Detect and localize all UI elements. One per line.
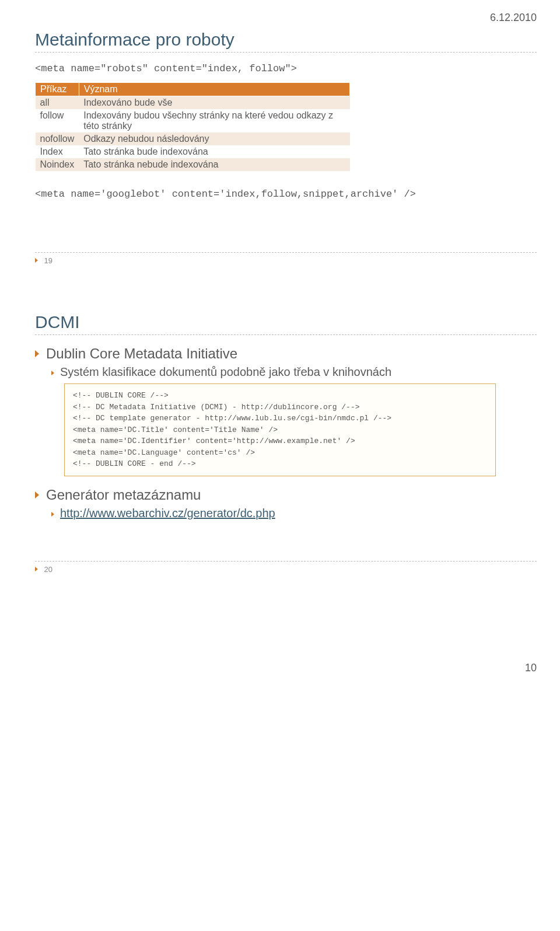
table-row: all Indexováno bude vše	[36, 96, 350, 110]
slide-1-code-bottom: <meta name='googlebot' content='index,fo…	[35, 189, 537, 200]
slide-1: Metainformace pro roboty <meta name="rob…	[35, 30, 537, 266]
triangle-icon	[35, 567, 38, 571]
bullet-dcmi: Dublin Core Metadata Initiative	[35, 346, 537, 362]
td-cmd: Noindex	[36, 158, 79, 171]
bullet-dcmi-sub: Systém klasifikace dokumentů podobně jak…	[51, 365, 537, 379]
triangle-icon	[51, 512, 54, 517]
slide-2-number: 20	[44, 565, 52, 574]
code-line: <meta name='DC.Identifier' content='http…	[73, 435, 487, 447]
code-line: <!-- DC Metadata Initiative (DCMI) - htt…	[73, 402, 487, 413]
slide-1-number: 19	[44, 256, 52, 265]
td-cmd: all	[36, 96, 79, 110]
bullet-generator-link: http://www.webarchiv.cz/generator/dc.php	[51, 507, 537, 520]
td-cmd: Index	[36, 145, 79, 158]
page-date: 6.12.2010	[0, 0, 560, 30]
td-desc: Tato stránka bude indexována	[79, 145, 349, 158]
td-desc: Tato stránka nebude indexována	[79, 158, 349, 171]
th-cmd: Příkaz	[36, 83, 79, 96]
th-desc: Význam	[79, 83, 349, 96]
slide-1-code-top: <meta name="robots" content="index, foll…	[35, 63, 537, 74]
triangle-icon	[51, 371, 54, 375]
triangle-icon	[35, 258, 38, 263]
slide-2-title: DCMI	[35, 312, 537, 335]
slide-2: DCMI Dublin Core Metadata Initiative Sys…	[35, 312, 537, 574]
table-row: Index Tato stránka bude indexována	[36, 145, 350, 158]
triangle-icon	[35, 491, 39, 498]
slide-1-title: Metainformace pro roboty	[35, 30, 537, 53]
bullet-text: Systém klasifikace dokumentů podobně jak…	[60, 365, 391, 378]
generator-link[interactable]: http://www.webarchiv.cz/generator/dc.php	[60, 507, 275, 519]
triangle-icon	[35, 350, 39, 357]
table-row: nofollow Odkazy nebudou následovány	[36, 132, 350, 145]
page-number: 10	[0, 639, 560, 686]
slide-1-footer-rule: 19	[35, 252, 537, 266]
td-cmd: follow	[36, 109, 79, 132]
code-line: <!-- DUBLIN CORE /-->	[73, 390, 487, 402]
code-line: <!-- DC template generator - http://www.…	[73, 413, 487, 424]
td-desc: Odkazy nebudou následovány	[79, 132, 349, 145]
dcmi-code-box: <!-- DUBLIN CORE /--> <!-- DC Metadata I…	[64, 383, 496, 476]
table-row: Příkaz Význam	[36, 83, 350, 96]
robots-table: Příkaz Význam all Indexováno bude vše fo…	[35, 82, 350, 171]
slide-2-footer-rule: 20	[35, 561, 537, 574]
code-line: <meta name='DC.Title' content='Title Nam…	[73, 424, 487, 436]
bullet-text: Generátor metazáznamu	[46, 487, 201, 503]
td-desc: Indexováno bude vše	[79, 96, 349, 110]
code-line: <!-- DUBLIN CORE - end /-->	[73, 458, 487, 470]
bullet-text: Dublin Core Metadata Initiative	[46, 346, 237, 361]
bullet-generator: Generátor metazáznamu	[35, 487, 537, 503]
td-cmd: nofollow	[36, 132, 79, 145]
code-line: <meta name='DC.Language' content='cs' />	[73, 447, 487, 459]
content: Metainformace pro roboty <meta name="rob…	[0, 30, 560, 639]
table-row: Noindex Tato stránka nebude indexována	[36, 158, 350, 171]
td-desc: Indexovány budou všechny stránky na kter…	[79, 109, 349, 132]
table-row: follow Indexovány budou všechny stránky …	[36, 109, 350, 132]
